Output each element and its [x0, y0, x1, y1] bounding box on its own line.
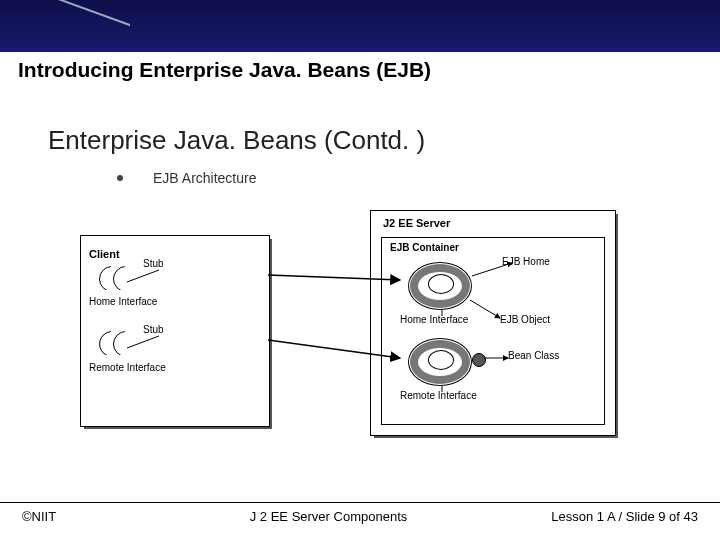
page-title: Introducing Enterprise Java. Beans (EJB): [18, 58, 431, 82]
footer-pagination: Lesson 1 A / Slide 9 of 43: [551, 509, 698, 524]
footer-topic: J 2 EE Server Components: [250, 509, 408, 524]
header-banner: [0, 0, 720, 52]
bullet-text: EJB Architecture: [153, 170, 257, 186]
footer-copyright: ©NIIT: [22, 509, 56, 524]
decorative-diagonal: [30, 0, 130, 52]
svg-line-7: [268, 275, 400, 280]
svg-line-8: [268, 340, 400, 358]
architecture-diagram: Client Stub Home Interface Stub Remote I…: [80, 210, 620, 438]
slide-subheading: Enterprise Java. Beans (Contd. ): [48, 125, 425, 156]
bullet-item: EJB Architecture: [117, 170, 257, 186]
connector-arrows: [80, 210, 620, 440]
slide-footer: ©NIIT J 2 EE Server Components Lesson 1 …: [0, 502, 720, 524]
bullet-icon: [117, 175, 123, 181]
